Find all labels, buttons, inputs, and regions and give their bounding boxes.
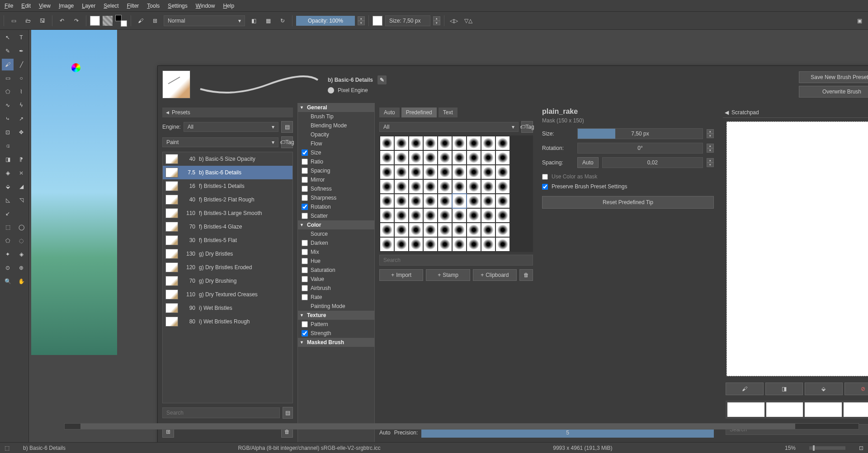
new-document-icon[interactable]: ▭ xyxy=(8,15,19,27)
menu-layer[interactable]: Layer xyxy=(82,3,95,9)
menu-window[interactable]: Window xyxy=(196,3,215,9)
property-item[interactable]: Hue xyxy=(298,257,374,266)
color-selector-icon[interactable] xyxy=(71,63,80,72)
preset-options-icon[interactable]: ▤ xyxy=(283,407,293,419)
brush-tip-item[interactable] xyxy=(481,238,495,251)
clipboard-tip-button[interactable]: + Clipboard xyxy=(473,269,517,281)
ellipse-tool-icon[interactable]: ○ xyxy=(15,72,27,84)
brush-tip-item[interactable] xyxy=(438,136,452,150)
move-layer-tool-icon[interactable]: ✥ xyxy=(15,126,27,138)
brush-tip-item[interactable] xyxy=(453,209,466,222)
tip-rotation-spinner[interactable]: ▴▾ xyxy=(707,144,714,153)
calligraphy-tool-icon[interactable]: ✒ xyxy=(15,45,27,57)
property-item[interactable]: Sharpness xyxy=(298,193,374,202)
brush-tip-item[interactable] xyxy=(380,165,394,179)
brush-tip-item[interactable] xyxy=(409,136,423,150)
presets-header[interactable]: ◀ Presets xyxy=(162,107,293,117)
brush-tip-item[interactable] xyxy=(481,180,495,193)
property-item[interactable]: Flow xyxy=(298,139,374,148)
paint-dropdown[interactable]: Paint▾ xyxy=(162,137,278,147)
brush-tip-item[interactable] xyxy=(424,223,437,237)
dynamic-brush-tool-icon[interactable]: ⤷ xyxy=(2,113,14,125)
property-group-header[interactable]: ▼Texture xyxy=(298,311,374,320)
brush-tip-item[interactable] xyxy=(438,165,452,179)
preset-item[interactable]: 30f) Bristles-5 Flat xyxy=(163,234,292,247)
tip-tag-button[interactable]: 🏷 Tag xyxy=(521,121,533,133)
opacity-slider[interactable]: Opacity: 100% xyxy=(296,16,355,26)
mirror-v-icon[interactable]: ▽△ xyxy=(462,15,474,27)
brush-tip-item[interactable] xyxy=(395,223,408,237)
preset-item[interactable]: 130g) Dry Bristles xyxy=(163,247,292,261)
brush-tip-item[interactable] xyxy=(467,180,481,193)
property-group-header[interactable]: ▼General xyxy=(298,103,374,112)
eraser-icon[interactable]: ◧ xyxy=(248,15,259,27)
pattern-edit-tool-icon[interactable]: ◈ xyxy=(2,167,14,179)
bezier-tool-icon[interactable]: ∿ xyxy=(2,99,14,111)
menu-filter[interactable]: Filter xyxy=(127,3,139,9)
brush-tip-item[interactable] xyxy=(453,151,466,164)
property-item[interactable]: Rate xyxy=(298,293,374,302)
brush-tip-item[interactable] xyxy=(395,180,408,193)
property-group-header[interactable]: ▼Color xyxy=(298,220,374,229)
rect-select-tool-icon[interactable]: ⬚ xyxy=(2,221,14,233)
preset-list[interactable]: 40b) Basic-5 Size Opacity7.5b) Basic-6 D… xyxy=(162,152,293,403)
crop-tool-icon[interactable]: ⟃ xyxy=(2,140,14,152)
brush-tip-item[interactable] xyxy=(496,194,509,208)
scratchpad-thumb[interactable] xyxy=(727,402,764,417)
opacity-spinner[interactable]: ▴▾ xyxy=(358,16,365,25)
menu-image[interactable]: Image xyxy=(59,3,74,9)
use-color-mask-checkbox[interactable] xyxy=(542,174,548,180)
menu-help[interactable]: Help xyxy=(223,3,234,9)
tip-size-field[interactable]: 7,50 px xyxy=(577,128,703,139)
brush-tip-item[interactable] xyxy=(424,136,437,150)
brush-tip-item[interactable] xyxy=(395,151,408,164)
brush-tip-item[interactable] xyxy=(453,165,466,179)
brush-tip-item[interactable] xyxy=(380,238,394,251)
view-mode-icon[interactable]: ▤ xyxy=(281,121,293,133)
brush-tip-item[interactable] xyxy=(424,238,437,251)
zoom-slider[interactable] xyxy=(809,446,845,450)
brush-tip-item[interactable] xyxy=(380,180,394,193)
property-item[interactable]: Blending Mode xyxy=(298,121,374,130)
freehand-select-tool-icon[interactable]: ◌ xyxy=(15,235,27,247)
brush-tip-item[interactable] xyxy=(438,180,452,193)
bezier-select-tool-icon[interactable]: ⊙ xyxy=(2,262,14,274)
brush-tip-item[interactable] xyxy=(481,136,495,150)
brush-settings-icon[interactable]: ⊞ xyxy=(149,15,161,27)
property-item[interactable]: Rotation xyxy=(298,202,374,211)
brush-tip-item[interactable] xyxy=(395,136,408,150)
brush-size-field[interactable]: Size: 7,50 px xyxy=(385,15,430,26)
menu-settings[interactable]: Settings xyxy=(168,3,187,9)
tip-tab-text[interactable]: Text xyxy=(439,107,458,117)
property-item[interactable]: Source xyxy=(298,229,374,238)
preset-item[interactable]: 110f) Bristles-3 Large Smooth xyxy=(163,206,292,220)
brush-tip-item[interactable] xyxy=(380,194,394,208)
preset-item[interactable]: 80i) Wet Bristles Rough xyxy=(163,315,292,328)
menu-file[interactable]: File xyxy=(5,3,13,9)
scratchpad-canvas[interactable] xyxy=(726,121,868,376)
property-item[interactable]: Airbrush xyxy=(298,284,374,293)
canvas-area[interactable]: b) Basic-6 Details ✎ Pixel Engine Save N… xyxy=(29,30,868,442)
reset-tip-button[interactable]: Reset Predefined Tip xyxy=(542,196,714,209)
save-new-preset-button[interactable]: Save New Brush Preset... xyxy=(799,71,868,83)
brush-tip-item[interactable] xyxy=(395,194,408,208)
color-picker-tool-icon[interactable]: ⁋ xyxy=(15,154,27,165)
tip-tab-predefined[interactable]: Predefined xyxy=(401,107,437,117)
blend-mode-dropdown[interactable]: Normal▾ xyxy=(164,15,245,26)
fill-tool-icon[interactable]: ⬙ xyxy=(2,181,14,192)
brush-preview-thumb[interactable] xyxy=(162,70,190,98)
preset-item[interactable]: 70f) Bristles-4 Glaze xyxy=(163,220,292,234)
spacing-auto-button[interactable]: Auto xyxy=(577,157,599,168)
tag-button[interactable]: 🏷 Tag xyxy=(281,136,293,148)
brush-tip-item[interactable] xyxy=(481,209,495,222)
brush-tip-item[interactable] xyxy=(496,165,509,179)
brush-tip-item[interactable] xyxy=(481,194,495,208)
brush-size-swatch[interactable] xyxy=(373,16,382,26)
brush-tip-item[interactable] xyxy=(467,165,481,179)
brush-tip-item[interactable] xyxy=(496,238,509,251)
pattern-swatch[interactable] xyxy=(103,16,113,26)
brush-tip-item[interactable] xyxy=(496,151,509,164)
brush-tip-item[interactable] xyxy=(438,151,452,164)
rename-brush-icon[interactable]: ✎ xyxy=(377,75,387,84)
brush-tip-item[interactable] xyxy=(424,180,437,193)
